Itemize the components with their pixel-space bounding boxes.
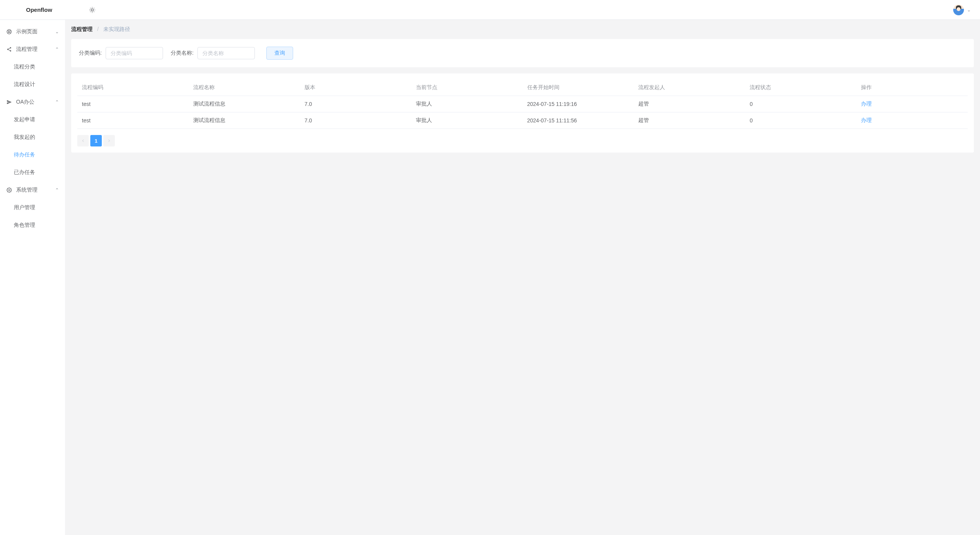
- action-handle-link[interactable]: 办理: [861, 117, 872, 123]
- col-action: 操作: [856, 80, 968, 96]
- pagination: 1: [77, 135, 968, 146]
- cell-version: 7.0: [300, 112, 411, 129]
- filter-code-label: 分类编码:: [79, 50, 102, 57]
- theme-toggle-button[interactable]: [89, 7, 96, 13]
- breadcrumb-first[interactable]: 流程管理: [71, 26, 93, 32]
- table-row: test 测试流程信息 7.0 审批人 2024-07-15 11:19:16 …: [77, 96, 968, 112]
- sidebar-item-process-category[interactable]: 流程分类: [0, 58, 65, 76]
- cell-status: 0: [745, 112, 856, 129]
- cell-version: 7.0: [300, 96, 411, 112]
- chevron-left-icon: [81, 138, 85, 143]
- sidebar-item-process[interactable]: 流程管理 ⌃: [0, 41, 65, 58]
- breadcrumb: 流程管理 / 未实现路径: [71, 26, 974, 33]
- cell-status: 0: [745, 96, 856, 112]
- sidebar-item-label: 发起申请: [14, 116, 35, 122]
- chevron-up-icon: ⌃: [55, 187, 59, 193]
- sidebar-item-user-mgmt[interactable]: 用户管理: [0, 199, 65, 216]
- svg-line-11: [8, 30, 8, 31]
- data-table: 流程编码 流程名称 版本 当前节点 任务开始时间 流程发起人 流程状态 操作 t…: [77, 80, 968, 129]
- col-version: 版本: [300, 80, 411, 96]
- chevron-down-icon: ⌄: [967, 7, 971, 13]
- container: 示例页面 ⌄ 流程管理 ⌃ 流程分类 流程设计 OA办公 ⌃ 发起申请 我发: [0, 20, 980, 535]
- sidebar-item-label: 流程管理: [16, 46, 55, 53]
- filter-name-input[interactable]: [197, 47, 255, 59]
- table-row: test 测试流程信息 7.0 审批人 2024-07-15 11:11:56 …: [77, 112, 968, 129]
- cell-name: 测试流程信息: [189, 112, 300, 129]
- filter-card: 分类编码: 分类名称: 查询: [71, 39, 974, 67]
- sidebar-item-system[interactable]: 系统管理 ⌃: [0, 181, 65, 199]
- filter-name-label: 分类名称:: [171, 50, 194, 57]
- svg-line-13: [10, 30, 11, 31]
- col-initiator: 流程发起人: [634, 80, 745, 96]
- col-node: 当前节点: [411, 80, 523, 96]
- sidebar-item-label: 我发起的: [14, 134, 35, 140]
- chevron-up-icon: ⌃: [55, 47, 59, 52]
- user-menu[interactable]: ⌄: [953, 5, 971, 15]
- main: 流程管理 / 未实现路径 分类编码: 分类名称: 查询 流程编码 流程名称: [65, 20, 980, 535]
- cell-name: 测试流程信息: [189, 96, 300, 112]
- send-icon: [6, 99, 12, 105]
- svg-point-20: [8, 189, 10, 191]
- filter-code-group: 分类编码:: [79, 47, 163, 59]
- table-card: 流程编码 流程名称 版本 当前节点 任务开始时间 流程发起人 流程状态 操作 t…: [71, 73, 974, 153]
- table-header-row: 流程编码 流程名称 版本 当前节点 任务开始时间 流程发起人 流程状态 操作: [77, 80, 968, 96]
- logo: Openflow: [9, 7, 52, 13]
- sidebar-item-oa[interactable]: OA办公 ⌃: [0, 93, 65, 111]
- sidebar-item-label: 流程设计: [14, 81, 35, 87]
- page-prev-button[interactable]: [77, 135, 89, 146]
- svg-point-15: [10, 47, 11, 49]
- svg-point-17: [10, 50, 11, 52]
- sidebar-item-label: 待办任务: [14, 151, 35, 158]
- cell-starttime: 2024-07-15 11:11:56: [523, 112, 634, 129]
- lifebuoy-icon: [6, 29, 12, 35]
- chevron-down-icon: ⌄: [55, 29, 59, 34]
- sidebar-item-my-initiated[interactable]: 我发起的: [0, 128, 65, 146]
- sidebar-item-label: 系统管理: [16, 187, 55, 194]
- query-button[interactable]: 查询: [266, 47, 293, 60]
- page-next-button[interactable]: [103, 135, 115, 146]
- cell-node: 审批人: [411, 112, 523, 129]
- cell-node: 审批人: [411, 96, 523, 112]
- sun-icon: [89, 7, 96, 13]
- cell-initiator: 超管: [634, 96, 745, 112]
- col-starttime: 任务开始时间: [523, 80, 634, 96]
- svg-point-16: [7, 49, 9, 50]
- sidebar-item-label: OA办公: [16, 99, 55, 106]
- svg-line-4: [94, 11, 95, 12]
- page-1-button[interactable]: 1: [90, 135, 102, 146]
- filter-code-input[interactable]: [106, 47, 163, 59]
- sidebar-item-role-mgmt[interactable]: 角色管理: [0, 216, 65, 234]
- svg-line-14: [8, 33, 8, 33]
- gear-icon: [6, 187, 12, 193]
- svg-line-12: [10, 33, 11, 33]
- sidebar-item-process-design[interactable]: 流程设计: [0, 76, 65, 93]
- svg-line-3: [90, 8, 91, 8]
- sidebar-item-label: 示例页面: [16, 28, 55, 35]
- share-icon: [6, 46, 12, 52]
- svg-point-10: [8, 31, 10, 33]
- action-handle-link[interactable]: 办理: [861, 101, 872, 107]
- svg-point-0: [91, 9, 93, 11]
- svg-line-18: [8, 50, 10, 50]
- sidebar-item-todo[interactable]: 待办任务: [0, 146, 65, 164]
- cell-starttime: 2024-07-15 11:19:16: [523, 96, 634, 112]
- filter-name-group: 分类名称:: [171, 47, 255, 59]
- cell-code: test: [77, 96, 189, 112]
- chevron-up-icon: ⌃: [55, 99, 59, 105]
- sidebar-item-example[interactable]: 示例页面 ⌄: [0, 23, 65, 41]
- avatar: [953, 5, 964, 15]
- col-status: 流程状态: [745, 80, 856, 96]
- col-code: 流程编码: [77, 80, 189, 96]
- col-name: 流程名称: [189, 80, 300, 96]
- breadcrumb-separator: /: [97, 26, 99, 32]
- breadcrumb-current: 未实现路径: [103, 26, 130, 32]
- svg-line-8: [94, 8, 95, 8]
- sidebar-item-apply[interactable]: 发起申请: [0, 111, 65, 128]
- sidebar-item-label: 用户管理: [14, 204, 35, 210]
- header: Openflow ⌄: [0, 0, 980, 20]
- cell-initiator: 超管: [634, 112, 745, 129]
- sidebar-item-label: 已办任务: [14, 169, 35, 175]
- sidebar-item-done[interactable]: 已办任务: [0, 164, 65, 181]
- sidebar-item-label: 角色管理: [14, 222, 35, 228]
- sidebar-item-label: 流程分类: [14, 63, 35, 70]
